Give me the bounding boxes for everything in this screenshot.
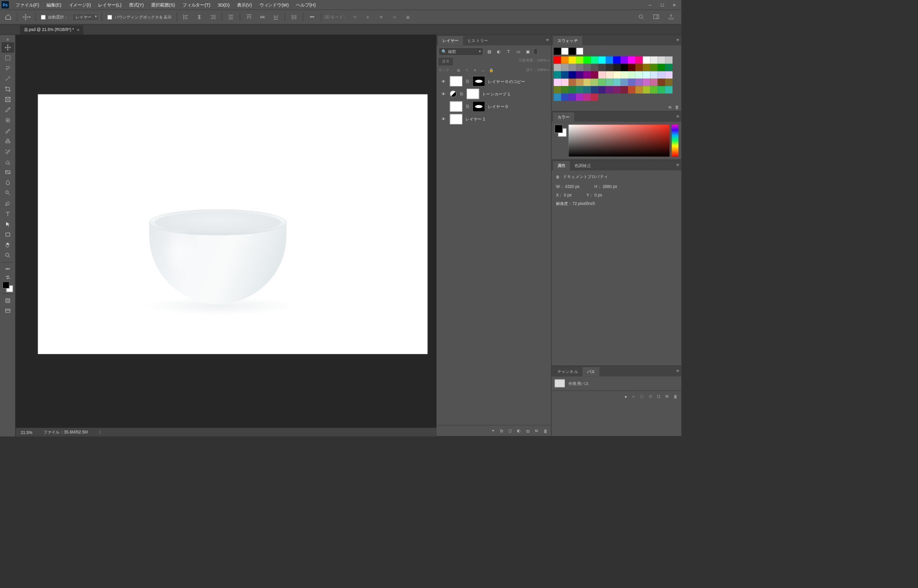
eraser-tool[interactable] xyxy=(2,156,14,167)
swatch[interactable] xyxy=(628,86,636,94)
layer-name[interactable]: レイヤー 1 xyxy=(466,116,485,122)
swatch[interactable] xyxy=(591,72,598,79)
tab-swatches[interactable]: スウォッチ xyxy=(553,36,582,46)
menu-file[interactable]: ファイル(F) xyxy=(12,0,43,10)
status-chevron-icon[interactable]: 〉 xyxy=(99,430,103,435)
swatch[interactable] xyxy=(554,86,562,94)
document-tab[interactable]: 器.psd @ 21.5% (RGB/8*) * × xyxy=(20,25,83,34)
swatch[interactable] xyxy=(613,72,620,79)
layer-row[interactable]: 👁レイヤー 1 xyxy=(438,113,548,126)
swatch[interactable] xyxy=(584,86,591,94)
layer-thumbnail[interactable] xyxy=(450,76,462,86)
distribute-v-icon[interactable] xyxy=(288,12,300,22)
swatch[interactable] xyxy=(613,64,620,72)
layer-mask[interactable] xyxy=(472,76,485,86)
swatch[interactable] xyxy=(561,64,568,72)
visibility-icon[interactable] xyxy=(440,103,446,110)
panel-menu-icon[interactable]: ≡ xyxy=(546,37,549,42)
swatch[interactable] xyxy=(658,64,665,72)
menu-help[interactable]: ヘルプ(H) xyxy=(292,0,320,10)
layer-thumbnail[interactable] xyxy=(450,114,462,124)
filter-smart-icon[interactable]: ▣ xyxy=(524,48,532,56)
quick-mask-icon[interactable] xyxy=(2,296,14,306)
layer-mask[interactable] xyxy=(472,102,485,112)
status-zoom[interactable]: 21.5% xyxy=(21,430,32,434)
align-right-icon[interactable] xyxy=(206,12,218,22)
tab-paths[interactable]: パス xyxy=(582,367,600,376)
gradient-tool[interactable] xyxy=(2,167,14,178)
swatch[interactable] xyxy=(643,64,650,72)
swatch[interactable] xyxy=(658,78,665,86)
swatch[interactable] xyxy=(643,56,650,64)
swatch[interactable] xyxy=(554,72,562,79)
menu-window[interactable]: ウィンドウ(W) xyxy=(256,0,292,10)
link-layers-icon[interactable]: ⚭ xyxy=(492,428,495,434)
lock-trans-icon[interactable]: ▦ xyxy=(456,67,462,73)
toolbar-collapse-icon[interactable]: » xyxy=(2,36,14,42)
swatch[interactable] xyxy=(554,78,562,86)
swatch[interactable] xyxy=(628,78,636,86)
color-swatches[interactable] xyxy=(2,282,13,292)
swatch[interactable] xyxy=(568,78,576,86)
swatch[interactable] xyxy=(561,56,568,64)
path-to-sel-icon[interactable]: ◌ xyxy=(640,394,644,399)
swatch[interactable] xyxy=(561,48,568,55)
clone-stamp-tool[interactable] xyxy=(2,136,14,146)
swatch[interactable] xyxy=(576,48,584,55)
swatch[interactable] xyxy=(561,94,568,101)
swatch[interactable] xyxy=(606,86,613,94)
swatch[interactable] xyxy=(628,56,636,64)
swatch[interactable] xyxy=(606,72,613,79)
swatch[interactable] xyxy=(643,72,650,79)
swatch[interactable] xyxy=(658,56,665,64)
tab-channels[interactable]: チャンネル xyxy=(553,367,582,376)
canvas-area[interactable]: 21.5% ファイル：35.6M/82.5M 〉 xyxy=(16,35,436,436)
swatch[interactable] xyxy=(561,78,568,86)
share-icon[interactable] xyxy=(665,12,677,22)
swatch[interactable] xyxy=(658,72,665,79)
hand-tool[interactable] xyxy=(2,240,14,250)
menu-type[interactable]: 書式(Y) xyxy=(125,0,148,10)
swatch[interactable] xyxy=(568,48,576,55)
swatch[interactable] xyxy=(576,86,584,94)
swatch[interactable] xyxy=(636,64,643,72)
layer-row[interactable]: 👁⛓トーンカーブ 1 xyxy=(438,88,548,100)
panel-menu-icon[interactable]: ≡ xyxy=(676,37,680,42)
filter-adjust-icon[interactable]: ◐ xyxy=(495,48,502,56)
blur-tool[interactable] xyxy=(2,178,14,188)
lock-pos-icon[interactable]: ✥ xyxy=(472,67,478,73)
swatch[interactable] xyxy=(620,72,628,79)
tab-properties[interactable]: 属性 xyxy=(553,161,570,170)
document-canvas[interactable] xyxy=(38,94,428,354)
menu-layer[interactable]: レイヤー(L) xyxy=(94,0,125,10)
menu-edit[interactable]: 編集(E) xyxy=(43,0,66,10)
home-button[interactable] xyxy=(2,12,14,22)
screen-mode-icon[interactable] xyxy=(2,306,14,316)
swatch[interactable] xyxy=(650,78,658,86)
auto-select-target[interactable]: レイヤー xyxy=(72,13,98,21)
status-info[interactable]: ファイル：35.6M/82.5M xyxy=(44,430,88,435)
dodge-tool[interactable] xyxy=(2,188,14,198)
menu-3d[interactable]: 3D(D) xyxy=(214,0,234,10)
delete-layer-icon[interactable]: 🗑 xyxy=(544,428,548,433)
swatch[interactable] xyxy=(628,64,636,72)
mask-link-icon[interactable]: ⛓ xyxy=(466,79,470,84)
align-vcenter-icon[interactable] xyxy=(256,12,268,22)
delete-swatch-icon[interactable]: 🗑 xyxy=(675,104,679,110)
menu-filter[interactable]: フィルター(T) xyxy=(178,0,214,10)
swatch[interactable] xyxy=(598,86,606,94)
align-left-icon[interactable] xyxy=(180,12,192,22)
swatch[interactable] xyxy=(591,94,598,101)
menu-image[interactable]: イメージ(I) xyxy=(65,0,94,10)
swatch[interactable] xyxy=(650,56,658,64)
visibility-icon[interactable]: 👁 xyxy=(440,116,446,122)
panel-menu-icon[interactable]: ≡ xyxy=(676,368,680,374)
swatch[interactable] xyxy=(620,56,628,64)
move-tool[interactable] xyxy=(2,42,14,53)
swatch[interactable] xyxy=(598,64,606,72)
swatch[interactable] xyxy=(665,86,672,94)
window-close-icon[interactable]: ✕ xyxy=(668,0,680,10)
rectangle-tool[interactable] xyxy=(2,230,14,240)
auto-select-checkbox[interactable]: 自動選択： xyxy=(38,14,70,20)
swatch[interactable] xyxy=(643,86,650,94)
